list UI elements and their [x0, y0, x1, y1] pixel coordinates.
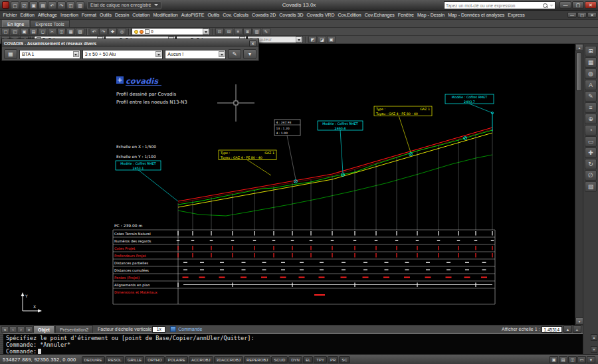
command-window-grip[interactable]: [0, 333, 3, 354]
status-toggle-ortho[interactable]: ORTHO: [145, 356, 165, 363]
edit-tool-icon[interactable]: ✎: [585, 91, 597, 102]
scrollbar-thumb[interactable]: [576, 52, 582, 91]
covadis-palette[interactable]: COVADIS - Assainissement et réseaux dive…: [1, 39, 259, 61]
copy-icon[interactable]: ◫: [66, 1, 75, 9]
redo-icon[interactable]: ↷: [99, 28, 108, 35]
view-scale-value[interactable]: 1.45314: [542, 326, 563, 333]
layer-combo-arrow[interactable]: [203, 29, 209, 35]
option-combo-arrow[interactable]: [219, 51, 225, 57]
plot-preview-icon[interactable]: ◻: [39, 28, 47, 35]
save-icon[interactable]: ▣: [29, 1, 38, 9]
menu-item-11[interactable]: Cov. Calculs: [221, 11, 250, 19]
menu-item-1[interactable]: Edition: [19, 11, 36, 19]
undo-icon[interactable]: ↶: [90, 28, 98, 35]
status-toggle-grille[interactable]: GRILLE: [125, 356, 144, 363]
zoom-window-icon[interactable]: ⊡: [215, 28, 224, 35]
search-icon[interactable]: [542, 3, 548, 9]
markup-icon[interactable]: ✎: [262, 28, 270, 35]
menu-item-0[interactable]: Fichier: [1, 11, 19, 19]
zoom-realtime-icon[interactable]: ◎: [118, 28, 126, 35]
command-window[interactable]: Spécifiez le point d'étirement ou [point…: [0, 333, 583, 354]
layer-lock-icon[interactable]: ▣: [327, 36, 336, 43]
redo-icon[interactable]: ↷: [57, 1, 66, 9]
status-toggle-reperobj[interactable]: REPEROBJ: [244, 356, 270, 363]
status-toggle-3daccrobj[interactable]: 3DACCROBJ: [214, 356, 243, 363]
cable-combo[interactable]: 3 x 50 + 50 Alu: [82, 50, 163, 59]
palette-close-icon[interactable]: ✕: [249, 41, 256, 46]
app-icon[interactable]: [2, 1, 9, 9]
copy-icon[interactable]: ◫: [57, 28, 66, 35]
cable-combo-arrow[interactable]: [155, 51, 161, 57]
layout-tab-1[interactable]: Présentation2: [55, 325, 93, 333]
model-space-icon[interactable]: ▣: [549, 356, 558, 363]
status-toggle-scud[interactable]: SCUD: [271, 356, 288, 363]
refresh-tool-icon[interactable]: ↻: [585, 159, 597, 169]
menu-item-15[interactable]: Cov.Edition: [336, 11, 363, 19]
menu-item-5[interactable]: Outils: [98, 11, 114, 19]
annotation-visibility-icon[interactable]: ▵: [573, 325, 581, 333]
network-combo[interactable]: BTA 1: [19, 50, 80, 59]
edit-network-icon[interactable]: ✎: [228, 49, 241, 59]
annotation-coffret-1[interactable]: Modèle : Coffret RMET 2493.7: [445, 94, 494, 104]
status-toggle-polaire[interactable]: POLAIRE: [165, 356, 188, 363]
annotation-gaz-1[interactable]: Type : GAZ 1 Tuyau : GAZ 4 - PE 80 - 40: [374, 106, 432, 116]
open-icon[interactable]: ◰: [11, 28, 19, 35]
command-scroll-up-icon[interactable]: ▲: [591, 334, 597, 341]
match-properties-icon[interactable]: ▨: [76, 28, 84, 35]
new-icon[interactable]: ▢: [11, 1, 19, 9]
layer-state-dropdown[interactable]: Etat de calque non enregistré: [87, 1, 161, 9]
command-scroll-down-icon[interactable]: ▼: [591, 346, 597, 353]
doc-minimize-button[interactable]: —: [567, 12, 577, 18]
points-tool-icon[interactable]: ⊞: [585, 46, 597, 56]
layer-combo[interactable]: 0: [132, 28, 210, 35]
menu-item-14[interactable]: Covadis VRD: [305, 11, 336, 19]
hatch-tool-icon[interactable]: ▧: [585, 181, 597, 192]
close-button[interactable]: ✕: [585, 1, 597, 9]
menu-item-9[interactable]: AutoPISTE: [179, 11, 206, 19]
status-toggle-accrobj[interactable]: ACCROBJ: [189, 356, 213, 363]
list-tool-icon[interactable]: ≡: [585, 102, 597, 113]
new-icon[interactable]: ▢: [1, 28, 10, 35]
design-center-icon[interactable]: ⊞: [243, 28, 252, 35]
tool-palettes-icon[interactable]: ▥: [252, 28, 261, 35]
command-chip[interactable]: Commande: [170, 326, 202, 332]
annotation-coffret-3[interactable]: Modèle : Coffret RMET 2453.1: [116, 161, 161, 170]
menu-item-19[interactable]: Map - Données et analyses: [447, 11, 506, 19]
plot-icon[interactable]: ▤: [39, 1, 47, 9]
menu-item-4[interactable]: Format: [80, 11, 98, 19]
search-input[interactable]: [446, 3, 541, 8]
next-layout-icon[interactable]: ›: [17, 326, 25, 333]
plot-icon[interactable]: ▤: [29, 28, 38, 35]
status-toggle-tpy[interactable]: TPY: [314, 356, 327, 363]
layout-tab-0[interactable]: Objet: [33, 325, 54, 333]
grid-tool-icon[interactable]: ▦: [585, 57, 597, 68]
option-combo[interactable]: Aucun !: [165, 50, 226, 59]
menu-item-8[interactable]: Modification: [151, 11, 179, 19]
first-layout-icon[interactable]: «: [1, 326, 9, 333]
annotation-coffret-2[interactable]: Modèle : Coffret RMET 2460.4: [318, 121, 363, 130]
menu-item-10[interactable]: Outils: [206, 11, 221, 19]
layer-isolate-icon[interactable]: ◪: [318, 36, 326, 43]
annotation-scale-icon[interactable]: ▴: [563, 325, 572, 333]
doc-close-button[interactable]: ✕: [587, 12, 597, 18]
menu-item-13[interactable]: Covadis 3D: [278, 11, 305, 19]
palette-menu-icon[interactable]: ▾: [243, 49, 256, 59]
last-layout-icon[interactable]: »: [25, 326, 33, 333]
vertical-scrollbar[interactable]: ▲ ▼: [575, 44, 583, 325]
menu-item-16[interactable]: Cov.Echanges: [363, 11, 396, 19]
osnap-tool-icon[interactable]: ⊕: [585, 114, 597, 124]
pan-icon[interactable]: ✚: [108, 28, 117, 35]
menu-item-20[interactable]: Express: [506, 11, 526, 19]
text-tool-icon[interactable]: A: [585, 80, 597, 90]
status-menu-icon[interactable]: ▾: [587, 356, 595, 363]
properties-palette-icon[interactable]: ≡: [234, 28, 243, 35]
annotation-note[interactable]: 4 : 247.93 13 : 1.20 4 : 1.00: [274, 120, 300, 136]
cut-icon[interactable]: ✂: [48, 28, 56, 35]
doc-maximize-button[interactable]: ▢: [577, 12, 587, 18]
menu-item-3[interactable]: Insertion: [58, 11, 80, 19]
menu-item-7[interactable]: Cotation: [131, 11, 151, 19]
open-icon[interactable]: ◰: [20, 1, 29, 9]
status-toggle-pr[interactable]: PR: [328, 356, 338, 363]
zoom-previous-icon[interactable]: ⊟: [225, 28, 233, 35]
status-toggle-el[interactable]: EL: [303, 356, 313, 363]
